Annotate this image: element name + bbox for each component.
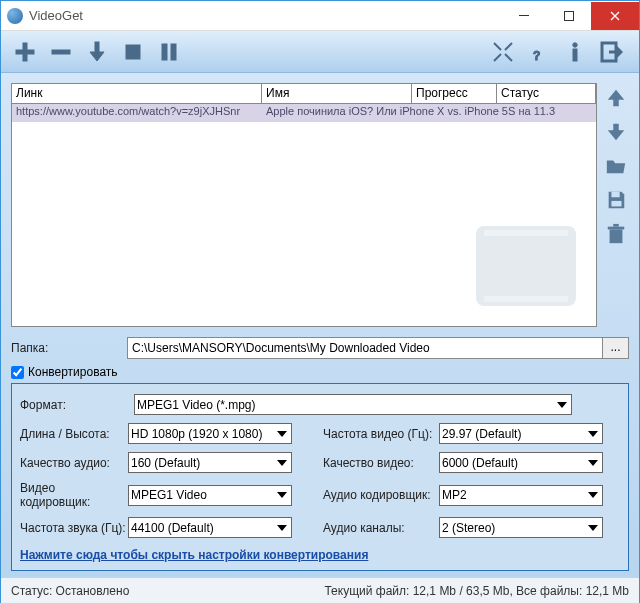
svg-rect-0 — [519, 15, 529, 16]
grid-row[interactable]: https://www.youtube.com/watch?v=z9jXJHSn… — [12, 104, 596, 122]
audio-channels-select[interactable]: 2 (Stereo) — [439, 517, 603, 538]
video-quality-label: Качество видео: — [323, 456, 439, 470]
svg-rect-17 — [611, 201, 621, 207]
header-status[interactable]: Статус — [497, 84, 596, 103]
stop-button[interactable] — [117, 36, 149, 68]
download-button[interactable] — [81, 36, 113, 68]
app-icon — [7, 8, 23, 24]
video-quality-select[interactable]: 6000 (Default) — [439, 452, 603, 473]
dimension-select[interactable]: HD 1080p (1920 x 1080) — [128, 423, 292, 444]
svg-rect-4 — [52, 50, 70, 54]
move-up-icon[interactable] — [605, 87, 627, 109]
toolbar: ? — [1, 31, 639, 73]
video-encoder-select[interactable]: MPEG1 Video — [128, 485, 292, 506]
svg-point-10 — [573, 42, 577, 46]
window-title: VideoGet — [29, 8, 501, 23]
conversion-settings: Формат: MPEG1 Video (*.mpg) Длина / Высо… — [11, 383, 629, 571]
audio-encoder-select[interactable]: MP2 — [439, 485, 603, 506]
svg-rect-11 — [573, 49, 577, 61]
pause-button[interactable] — [153, 36, 185, 68]
hide-settings-link[interactable]: Нажмите сюда чтобы скрыть настройки конв… — [20, 548, 368, 562]
browse-button[interactable]: ... — [603, 337, 629, 359]
svg-rect-14 — [484, 230, 568, 236]
svg-rect-19 — [608, 227, 625, 230]
svg-text:?: ? — [533, 49, 540, 63]
help-button[interactable]: ? — [523, 36, 555, 68]
close-button[interactable] — [591, 2, 639, 30]
header-progress[interactable]: Прогресс — [412, 84, 497, 103]
status-files: Текущий файл: 12,1 Mb / 63,5 Mb, Все фай… — [324, 584, 629, 598]
header-link[interactable]: Линк — [12, 84, 262, 103]
folder-input[interactable] — [127, 337, 603, 359]
audio-quality-label: Качество аудио: — [20, 456, 128, 470]
grid-header: Линк Имя Прогресс Статус — [12, 84, 596, 104]
video-freq-select[interactable]: 29.97 (Default) — [439, 423, 603, 444]
maximize-button[interactable] — [546, 2, 591, 30]
svg-rect-20 — [613, 224, 619, 227]
titlebar: VideoGet — [1, 1, 639, 31]
convert-checkbox[interactable] — [11, 366, 24, 379]
video-freq-label: Частота видео (Гц): — [323, 427, 439, 441]
remove-button[interactable] — [45, 36, 77, 68]
svg-rect-3 — [16, 50, 34, 54]
dimension-label: Длина / Высота: — [20, 427, 128, 441]
folder-label: Папка: — [11, 341, 119, 355]
status-state: Статус: Остановлено — [11, 584, 129, 598]
convert-label: Конвертировать — [28, 365, 118, 379]
audio-channels-label: Аудио каналы: — [323, 521, 439, 535]
audio-freq-select[interactable]: 44100 (Default) — [128, 517, 292, 538]
move-down-icon[interactable] — [605, 121, 627, 143]
info-button[interactable] — [559, 36, 591, 68]
save-icon[interactable] — [605, 189, 627, 211]
exit-button[interactable] — [595, 36, 627, 68]
video-encoder-label: Видео кодировщик: — [20, 481, 128, 509]
audio-freq-label: Частота звука (Гц): — [20, 521, 128, 535]
audio-quality-select[interactable]: 160 (Default) — [128, 452, 292, 473]
settings-button[interactable] — [487, 36, 519, 68]
minimize-button[interactable] — [501, 2, 546, 30]
svg-rect-13 — [476, 226, 576, 306]
format-select[interactable]: MPEG1 Video (*.mpg) — [134, 394, 572, 415]
header-name[interactable]: Имя — [262, 84, 412, 103]
svg-rect-7 — [162, 44, 167, 60]
download-grid[interactable]: Линк Имя Прогресс Статус https://www.you… — [11, 83, 597, 327]
status-bar: Статус: Остановлено Текущий файл: 12,1 M… — [1, 577, 639, 603]
svg-rect-1 — [564, 11, 573, 20]
svg-rect-6 — [126, 45, 140, 59]
svg-rect-16 — [611, 192, 619, 198]
cell-link: https://www.youtube.com/watch?v=z9jXJHSn… — [12, 104, 262, 122]
open-folder-icon[interactable] — [605, 155, 627, 177]
cell-name: Apple починила iOS? Или iPhone X vs. iPh… — [262, 104, 596, 122]
side-buttons — [603, 83, 629, 327]
delete-icon[interactable] — [605, 223, 627, 245]
filmstrip-watermark — [466, 216, 586, 316]
add-button[interactable] — [9, 36, 41, 68]
format-label: Формат: — [20, 398, 128, 412]
svg-rect-15 — [484, 296, 568, 302]
svg-rect-18 — [610, 229, 623, 243]
audio-encoder-label: Аудио кодировщик: — [323, 488, 439, 502]
svg-rect-8 — [171, 44, 176, 60]
